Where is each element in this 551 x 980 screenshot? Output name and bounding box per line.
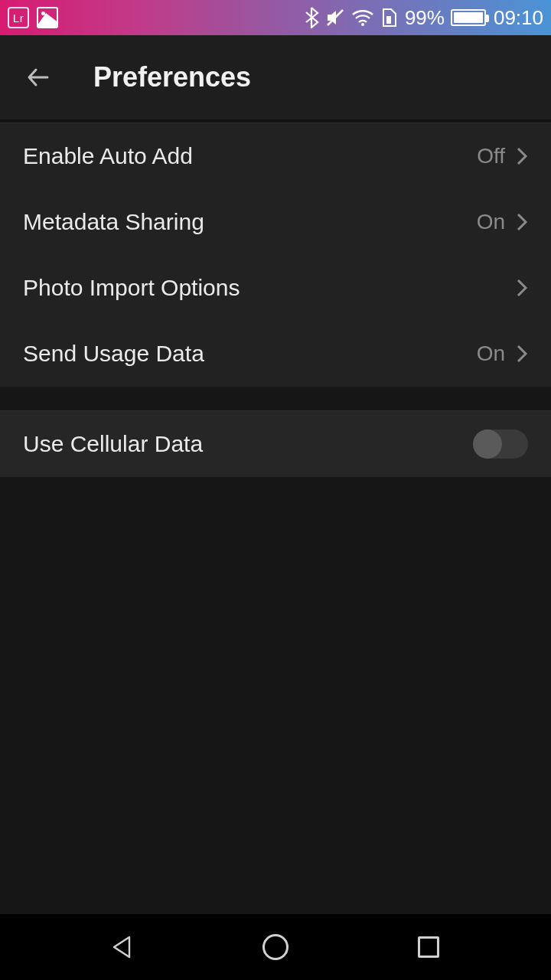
- pref-value: Off: [477, 144, 505, 168]
- chevron-right-icon: [516, 344, 528, 364]
- square-recent-icon: [418, 936, 439, 958]
- photo-app-icon: [37, 7, 58, 28]
- pref-row-cellular-data[interactable]: Use Cellular Data: [0, 411, 551, 477]
- sim-icon: [380, 8, 397, 28]
- pref-value: On: [477, 210, 505, 234]
- pref-value: On: [477, 341, 505, 366]
- circle-home-icon: [262, 934, 289, 960]
- bluetooth-icon: [304, 7, 319, 28]
- chevron-right-icon: [516, 212, 528, 232]
- svg-point-1: [361, 23, 364, 26]
- pref-label: Enable Auto Add: [23, 143, 193, 169]
- triangle-back-icon: [109, 934, 135, 960]
- pref-label: Photo Import Options: [23, 275, 240, 301]
- wifi-icon: [351, 8, 374, 27]
- status-time: 09:10: [494, 6, 543, 30]
- empty-area: [0, 478, 551, 914]
- page-title: Preferences: [93, 61, 251, 93]
- arrow-left-icon: [24, 64, 52, 91]
- chevron-right-icon: [516, 278, 528, 298]
- pref-label: Send Usage Data: [23, 341, 204, 367]
- pref-row-send-usage[interactable]: Send Usage Data On: [0, 321, 551, 387]
- nav-recent-button[interactable]: [410, 929, 447, 965]
- app-header: Preferences: [0, 35, 551, 122]
- pref-row-photo-import[interactable]: Photo Import Options: [0, 255, 551, 321]
- pref-row-auto-add[interactable]: Enable Auto Add Off: [0, 123, 551, 189]
- toggle-knob: [473, 430, 502, 459]
- battery-percent: 99%: [405, 6, 445, 30]
- battery-icon: [451, 9, 486, 26]
- nav-home-button[interactable]: [257, 929, 294, 965]
- svg-rect-2: [387, 17, 390, 23]
- nav-back-button[interactable]: [104, 929, 141, 965]
- pref-label: Metadata Sharing: [23, 209, 204, 235]
- pref-label: Use Cellular Data: [23, 431, 203, 457]
- lightroom-app-icon: Lr: [8, 7, 29, 28]
- chevron-right-icon: [516, 146, 528, 166]
- mute-icon: [325, 8, 345, 28]
- back-button[interactable]: [23, 62, 54, 93]
- status-bar: Lr: [0, 0, 551, 35]
- pref-row-metadata-sharing[interactable]: Metadata Sharing On: [0, 189, 551, 255]
- cellular-toggle[interactable]: [473, 430, 528, 459]
- system-nav-bar: [0, 914, 551, 980]
